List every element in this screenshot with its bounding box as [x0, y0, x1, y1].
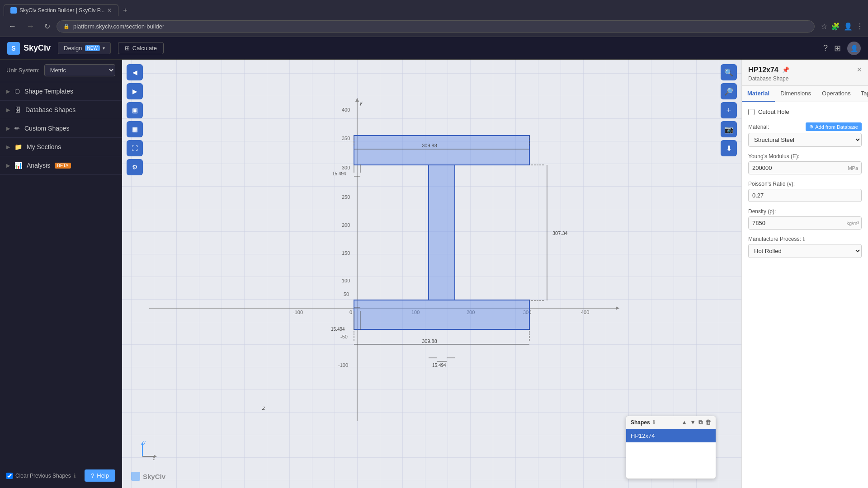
tool-select[interactable]: ▣ — [127, 102, 143, 118]
calculate-button[interactable]: ⊞ Calculate — [118, 42, 164, 54]
tool-snap[interactable]: ⛶ — [127, 140, 143, 156]
shapes-list: HP12x74 — [626, 429, 716, 442]
material-field-group: Material: ⊕ Add from Database Structural… — [748, 122, 862, 147]
tab-taper[interactable]: Taper — [856, 86, 868, 102]
tool-pan-right[interactable]: ▶ — [127, 83, 143, 99]
clear-shapes-checkbox[interactable] — [6, 473, 13, 479]
zoom-out-button[interactable]: 🔎 — [721, 83, 737, 99]
arrow-icon-2: ▶ — [6, 107, 10, 113]
tool-grid[interactable]: ▦ — [127, 121, 143, 137]
poissons-input[interactable] — [748, 189, 862, 202]
manufacture-field-group: Manufacture Process: ℹ Hot Rolled Cold F… — [748, 236, 862, 258]
axis-indicator: y z — [136, 438, 158, 461]
shape-delete-icon[interactable]: 🗑 — [705, 419, 711, 426]
download-button[interactable]: ⬇ — [721, 140, 737, 156]
new-tab-button[interactable]: + — [118, 5, 132, 16]
browser-chrome: SkyCiv Section Builder | SkyCiv P... ✕ + — [0, 0, 868, 16]
svg-text:300: 300 — [342, 165, 350, 170]
sidebar: Unit System: Metric Imperial ▶ ⬡ Shape T… — [0, 60, 122, 488]
sidebar-label-2: Database Shapes — [25, 106, 75, 113]
sidebar-item-shape-templates[interactable]: ▶ ⬡ Shape Templates — [0, 82, 122, 101]
design-button[interactable]: Design NEW ▾ — [58, 42, 111, 54]
svg-text:-100: -100 — [338, 362, 348, 368]
shape-move-up-icon[interactable]: ▲ — [681, 419, 687, 426]
left-toolbar: ◀ ▶ ▣ ▦ ⛶ ⚙ — [127, 64, 143, 175]
density-input[interactable] — [748, 216, 862, 230]
tool-pan-left[interactable]: ◀ — [127, 64, 143, 80]
panel-close-button[interactable]: × — [857, 65, 862, 75]
shapes-panel-header: Shapes ℹ ▲ ▼ ⧉ 🗑 — [626, 416, 716, 429]
shape-pin-icon[interactable]: 📌 — [782, 66, 789, 73]
zoom-in-button[interactable]: 🔍 — [721, 64, 737, 80]
density-label: Density (p): — [748, 208, 862, 215]
screenshot-button[interactable]: 📷 — [721, 121, 737, 137]
design-label: Design — [64, 45, 82, 52]
zoom-fit-button[interactable]: + — [721, 102, 737, 118]
material-select[interactable]: Structural Steel Aluminium Concrete — [748, 133, 862, 147]
tool-settings[interactable]: ⚙ — [127, 159, 143, 175]
grid-icon[interactable]: ⊞ — [834, 43, 841, 53]
cutout-row: Cutout Hole — [748, 108, 862, 115]
svg-text:z: z — [262, 404, 265, 411]
unit-select[interactable]: Metric Imperial — [44, 64, 115, 76]
shapes-list-item[interactable]: HP12x74 — [626, 429, 716, 442]
forward-button[interactable]: → — [23, 21, 38, 32]
sidebar-item-analysis[interactable]: ▶ 📊 Analysis BETA — [0, 156, 122, 175]
panel-body: Cutout Hole Material: ⊕ Add from Databas… — [742, 102, 868, 271]
back-button[interactable]: ← — [5, 21, 20, 32]
svg-rect-22 — [354, 300, 529, 329]
youngs-label: Young's Modulus (E): — [748, 153, 862, 160]
dim-flange-bottom-center: 15.494 — [432, 363, 446, 368]
custom-shapes-icon: ✏ — [14, 125, 20, 132]
cutout-checkbox[interactable] — [748, 109, 755, 115]
tab-dimensions[interactable]: Dimensions — [775, 86, 816, 102]
youngs-input[interactable] — [748, 161, 862, 174]
shape-copy-icon[interactable]: ⧉ — [698, 419, 703, 426]
sidebar-item-database-shapes[interactable]: ▶ 🗄 Database Shapes — [0, 101, 122, 119]
svg-text:y: y — [143, 440, 146, 445]
app: S SkyCiv Design NEW ▾ ⊞ Calculate ? ⊞ 👤 … — [0, 37, 868, 488]
youngs-field-group: Young's Modulus (E): MPa — [748, 153, 862, 174]
sidebar-item-custom-shapes[interactable]: ▶ ✏ Custom Shapes — [0, 119, 122, 138]
help-icon[interactable]: ? — [823, 43, 828, 53]
svg-text:200: 200 — [342, 222, 350, 228]
shape-title: HP12x74 📌 — [748, 66, 789, 74]
sidebar-label-3: Custom Shapes — [24, 125, 70, 132]
dim-flange-bottom-left: 15.494 — [331, 327, 345, 332]
shape-templates-icon: ⬡ — [14, 88, 20, 95]
nav-bar: ← → ↻ 🔒 platform.skyciv.com/section-buil… — [0, 16, 868, 37]
calculate-label: Calculate — [132, 45, 157, 52]
shapes-panel-info: ℹ — [653, 419, 655, 426]
shapes-panel-title: Shapes — [631, 419, 650, 426]
user-avatar[interactable]: 👤 — [847, 42, 861, 55]
help-button[interactable]: ? Help — [85, 469, 115, 482]
svg-text:0: 0 — [349, 310, 352, 315]
logo: S SkyCiv — [7, 42, 51, 55]
tab-favicon — [10, 7, 17, 14]
canvas-area: ◀ ▶ ▣ ▦ ⛶ ⚙ 🔍 🔎 + 📷 ⬇ — [122, 60, 741, 488]
canvas-watermark: SkyCiv — [131, 472, 165, 481]
tab-material[interactable]: Material — [742, 86, 775, 102]
shape-move-down-icon[interactable]: ▼ — [690, 419, 696, 426]
clear-shapes-checkbox-label[interactable]: Clear Previous Shapes ℹ — [6, 473, 76, 479]
reload-button[interactable]: ↻ — [41, 21, 54, 32]
poissons-field-group: Poisson's Ratio (v): — [748, 181, 862, 202]
analysis-badge: BETA — [55, 163, 71, 169]
arrow-icon-4: ▶ — [6, 144, 10, 150]
manufacture-select[interactable]: Hot Rolled Cold Formed Welded — [748, 244, 862, 258]
browser-tab[interactable]: SkyCiv Section Builder | SkyCiv P... ✕ — [4, 4, 118, 16]
extensions-icon[interactable]: 🧩 — [831, 22, 840, 31]
add-from-db-button[interactable]: ⊕ Add from Database — [806, 122, 862, 131]
tab-operations[interactable]: Operations — [816, 86, 856, 102]
close-tab-icon[interactable]: ✕ — [107, 7, 112, 14]
url-bar[interactable]: 🔒 platform.skyciv.com/section-builder — [57, 20, 815, 33]
star-icon[interactable]: ☆ — [821, 22, 827, 31]
svg-text:-100: -100 — [293, 310, 303, 315]
sidebar-item-my-sections[interactable]: ▶ 📁 My Sections — [0, 138, 122, 156]
sidebar-label-4: My Sections — [27, 143, 61, 150]
profile-icon[interactable]: 👤 — [844, 22, 853, 31]
my-sections-icon: 📁 — [14, 143, 22, 150]
menu-icon[interactable]: ⋮ — [856, 22, 863, 31]
app-header: S SkyCiv Design NEW ▾ ⊞ Calculate ? ⊞ 👤 — [0, 37, 868, 60]
header-right: ? ⊞ 👤 — [823, 42, 861, 55]
